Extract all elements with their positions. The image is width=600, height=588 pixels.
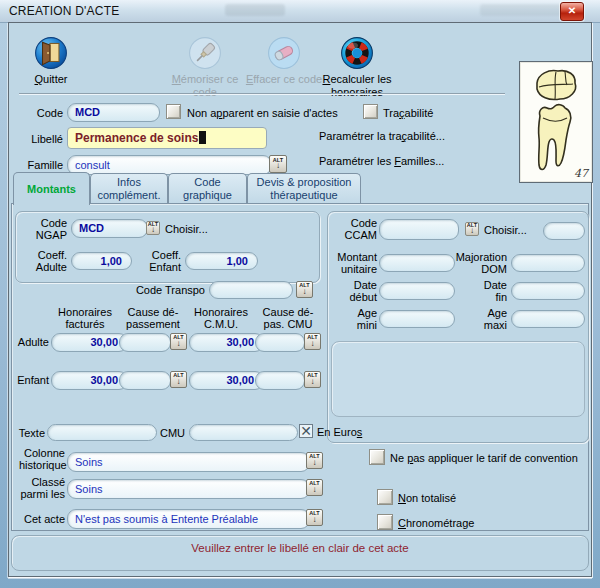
adulte-honoraires-input[interactable]: 30,00	[51, 333, 128, 352]
memorize-code-button[interactable]: Mémoriser ce code	[165, 36, 245, 98]
en-euros-checkbox[interactable]: ✕	[299, 424, 313, 438]
tooth-illustration-panel: 47	[519, 61, 593, 183]
quit-button[interactable]: Quitter	[11, 36, 91, 86]
tab-montants[interactable]: Montants	[13, 172, 90, 205]
coeff-enfant-label: Coeff. Enfant	[139, 249, 181, 274]
enfant-cause-alt-dropdown-button[interactable]: ALT↓	[170, 371, 187, 388]
chronometrage-checkbox[interactable]	[377, 514, 393, 530]
colonne-historique-input[interactable]: Soins	[67, 452, 310, 472]
status-message: Veuillez entrer le libellé en clair de c…	[191, 542, 408, 554]
recalculate-wheel-icon	[340, 36, 374, 70]
row-enfant-label: Enfant	[15, 374, 49, 386]
enfant-honoraires-input[interactable]: 30,00	[51, 371, 128, 390]
date-fin-input[interactable]	[511, 282, 585, 300]
enfant-cause-cmu-alt-dropdown-button[interactable]: ALT↓	[304, 371, 321, 388]
enfant-cause-cmu-input[interactable]	[255, 371, 305, 390]
x-mark-icon: ✕	[300, 423, 312, 439]
close-button[interactable]: ✕	[560, 2, 584, 21]
adulte-cause-alt-dropdown-button[interactable]: ALT↓	[170, 333, 187, 350]
age-maxi-label: Age maxi	[455, 307, 507, 332]
adulte-cause-cmu-input[interactable]	[255, 333, 305, 352]
col-honoraires-factures: Honoraires facturés	[51, 306, 119, 331]
tarif-convention-checkbox[interactable]	[369, 449, 385, 465]
libelle-input[interactable]: Permanence de soins	[67, 127, 267, 149]
ngap-choisir-link[interactable]: Choisir...	[165, 223, 208, 235]
non-totalise-checkbox[interactable]	[377, 489, 393, 505]
age-mini-input[interactable]	[379, 310, 455, 328]
row-adulte-label: Adulte	[15, 336, 49, 348]
code-transpo-input[interactable]	[209, 281, 293, 299]
code-transpo-alt-dropdown-button[interactable]: ALT↓	[296, 281, 313, 298]
non-apparent-checkbox[interactable]	[166, 104, 181, 119]
majoration-dom-input[interactable]	[511, 254, 585, 272]
coeff-adulte-input[interactable]: 1,00	[71, 252, 132, 270]
status-bar: Veuillez entrer le libellé en clair de c…	[11, 535, 589, 571]
tooth-47-icon	[520, 62, 590, 180]
quit-label: Quitter	[34, 73, 67, 86]
chronometrage-label: Chronométrage	[398, 517, 474, 529]
date-fin-label: Date fin	[455, 279, 507, 304]
texte-input[interactable]	[47, 424, 157, 441]
libelle-label: Libellé	[19, 133, 63, 145]
ccam-extra-input[interactable]	[543, 222, 585, 240]
adulte-cause-cmu-alt-dropdown-button[interactable]: ALT↓	[304, 333, 321, 350]
code-transpo-label: Code Transpo	[129, 284, 205, 296]
non-totalise-label: Non totalisé	[398, 492, 456, 504]
coeff-enfant-input[interactable]: 1,00	[185, 252, 258, 270]
age-mini-label: Age mini	[329, 307, 377, 332]
enfant-cause-input[interactable]	[119, 371, 171, 390]
eraser-icon	[267, 36, 301, 70]
colonne-alt-dropdown-button[interactable]: ALT↓	[306, 452, 323, 469]
classe-parmi-label: Classé parmi les	[19, 476, 65, 501]
tab-infos-complement[interactable]: Infos complément.	[90, 173, 168, 203]
tooth-number: 47	[574, 167, 588, 180]
tab-devis-proposition[interactable]: Devis & proposition thérapeutique	[247, 173, 361, 203]
col-cause-depas-cmu: Cause dé- pas. CMU	[256, 306, 320, 331]
coeff-adulte-label: Coeff. Adulte	[17, 249, 67, 274]
enfant-cmu-input[interactable]: 30,00	[189, 371, 264, 390]
classe-parmi-input[interactable]: Soins	[67, 479, 310, 499]
ccam-info-box	[331, 341, 585, 417]
cmu-input[interactable]	[189, 424, 298, 441]
code-ngap-input[interactable]: MCD	[71, 219, 148, 238]
tab-code-graphique[interactable]: Code graphique	[168, 173, 247, 203]
cet-acte-label: Cet acte	[17, 513, 65, 525]
creation-acte-window: CREATION D'ACTE ✕ Quitter	[0, 0, 600, 588]
classe-alt-dropdown-button[interactable]: ALT↓	[306, 479, 323, 496]
non-apparent-label: Non apparent en saisie d'actes	[187, 107, 338, 119]
tarif-convention-label: Ne pas appliquer le tarif de convention	[390, 452, 578, 464]
montant-unitaire-input[interactable]	[379, 254, 455, 272]
param-tracabilite-link[interactable]: Paramétrer la traçabilité...	[319, 130, 445, 142]
ccam-alt-dropdown-icon[interactable]: ALT↓	[465, 222, 479, 236]
titlebar: CREATION D'ACTE ✕	[0, 0, 600, 23]
recalculate-fees-button[interactable]: Recalculer les honoraires	[311, 36, 403, 98]
cet-acte-alt-dropdown-button[interactable]: ALT↓	[306, 509, 323, 526]
code-ccam-label: Code CCAM	[333, 217, 377, 242]
text-cursor	[199, 131, 206, 144]
toolbar-separator	[19, 93, 505, 95]
famille-alt-dropdown-button[interactable]: ALT↓	[269, 155, 287, 173]
famille-input[interactable]: consult	[67, 155, 272, 175]
code-input[interactable]: MCD	[67, 103, 160, 122]
glass-artifact	[225, 4, 285, 16]
window-title: CREATION D'ACTE	[9, 4, 119, 18]
glass-artifact	[480, 4, 570, 16]
memorize-pin-icon	[188, 36, 222, 70]
col-cause-depassement: Cause dé- passement	[121, 306, 185, 331]
age-maxi-input[interactable]	[511, 310, 585, 328]
adulte-cmu-input[interactable]: 30,00	[189, 333, 264, 352]
date-debut-input[interactable]	[379, 282, 455, 300]
famille-label: Famille	[19, 159, 63, 171]
colonne-historique-label: Colonne historique	[19, 447, 65, 472]
param-familles-link[interactable]: Paramétrer les Familles...	[319, 155, 444, 167]
col-honoraires-cmu: Honoraires C.M.U.	[189, 306, 253, 331]
ngap-alt-dropdown-icon[interactable]: ALT↓	[146, 221, 160, 235]
en-euros-label: En Euros	[317, 426, 362, 438]
ccam-choisir-link[interactable]: Choisir...	[484, 224, 527, 236]
adulte-cause-input[interactable]	[119, 333, 171, 352]
montant-unitaire-label: Montant unitaire	[329, 251, 377, 276]
majoration-dom-label: Majoration DOM	[455, 251, 507, 276]
code-ccam-input[interactable]	[379, 219, 459, 240]
cet-acte-input[interactable]: N'est pas soumis à Entente Préalable	[67, 509, 310, 529]
tracabilite-checkbox[interactable]	[363, 104, 378, 119]
